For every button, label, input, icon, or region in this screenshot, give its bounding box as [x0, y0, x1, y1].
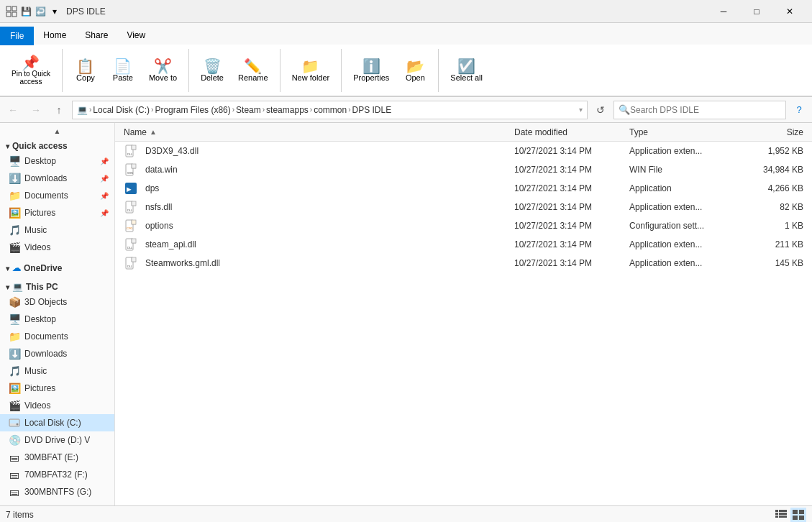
minimize-button[interactable]: ─	[707, 0, 740, 23]
sidebar-item-pictures-quick[interactable]: 🖼️ Pictures 📌	[0, 204, 114, 221]
onedrive-header[interactable]: ▾ ☁ OneDrive	[0, 259, 114, 275]
downloads-quick-label: Downloads	[24, 173, 67, 183]
separator1	[62, 49, 63, 92]
forward-button[interactable]: →	[26, 100, 46, 120]
delete-button[interactable]: 🗑️ Delete	[195, 56, 229, 85]
sidebar-item-documents-quick[interactable]: 📁 Documents 📌	[0, 187, 114, 204]
sidebar-item-300mbntfs-g[interactable]: 🖴 300MBNTFS (G:)	[0, 483, 114, 500]
sidebar-item-desktop-pc[interactable]: 🖥️ Desktop	[0, 311, 114, 328]
save-icon[interactable]: 💾	[20, 6, 32, 17]
documents-pc-label: Documents	[24, 331, 68, 342]
col-header-date[interactable]: Date modified	[511, 127, 626, 137]
sidebar-item-downloads-quick[interactable]: ⬇️ Downloads 📌	[0, 170, 114, 187]
details-view-button[interactable]	[773, 508, 789, 522]
documents-pc-icon: 📁	[9, 331, 20, 342]
sidebar-item-pictures-pc[interactable]: 🖼️ Pictures	[0, 380, 114, 397]
downloads-pc-icon: ⬇️	[9, 348, 20, 360]
open-button[interactable]: 📂 Open	[398, 56, 432, 85]
file-row-datawin[interactable]: WIN data.win 10/27/2021 3:14 PM WIN File…	[115, 160, 812, 179]
sidebar-item-3dobjects[interactable]: 📦 3D Objects	[0, 293, 114, 311]
sidebar-item-dvd-drive-d[interactable]: 💿 DVD Drive (D:) V	[0, 431, 114, 449]
copy-button[interactable]: 📋 Copy	[68, 56, 103, 85]
col-header-type[interactable]: Type	[626, 127, 742, 137]
large-icons-view-button[interactable]	[790, 508, 806, 522]
file-list: DLL D3DX9_43.dll 10/27/2021 3:14 PM Appl…	[115, 142, 812, 505]
tab-home[interactable]: Home	[34, 25, 76, 45]
path-arrow-2: ›	[232, 106, 234, 114]
maximize-button[interactable]: □	[740, 0, 773, 23]
ribbon: File Home Share View 📌 Pin to Quickacces…	[0, 23, 812, 97]
address-path[interactable]: 💻 › Local Disk (C:) › Program Files (x86…	[72, 101, 588, 119]
music-pc-icon: 🎵	[9, 365, 20, 377]
refresh-button[interactable]: ↺	[590, 100, 611, 120]
help-button[interactable]: ?	[789, 100, 809, 120]
tab-view[interactable]: View	[117, 25, 155, 45]
tab-file[interactable]: File	[0, 27, 34, 45]
ribbon-content: 📌 Pin to Quickaccess 📋 Copy 📄 Paste ✂️ M…	[0, 45, 812, 96]
sidebar-item-local-disk-c[interactable]: Local Disk (C:)	[0, 414, 114, 431]
downloads-quick-icon: ⬇️	[9, 173, 20, 184]
quick-access-header[interactable]: ▾ Quick access	[0, 137, 114, 152]
move-button[interactable]: ✂️ Move to	[143, 56, 183, 85]
onedrive-expand: ▾	[6, 265, 9, 273]
file-row-options[interactable]: CFG options 10/27/2021 3:14 PM Configura…	[115, 216, 812, 235]
file-row-dps[interactable]: ▶ dps 10/27/2021 3:14 PM Application 4,2…	[115, 179, 812, 198]
this-pc-header[interactable]: ▾ 💻 This PC	[0, 278, 114, 293]
file-name-dps: ▶ dps	[121, 181, 511, 196]
new-folder-button[interactable]: 📁 New folder	[286, 56, 336, 85]
search-input[interactable]	[630, 105, 781, 115]
sidebar-item-downloads-pc[interactable]: ⬇️ Downloads	[0, 345, 114, 362]
back-button[interactable]: ←	[3, 100, 23, 120]
file-row-nsfsdll[interactable]: DLL nsfs.dll 10/27/2021 3:14 PM Applicat…	[115, 198, 812, 216]
documents-quick-label: Documents	[24, 191, 68, 201]
sidebar-item-videos-pc[interactable]: 🎬 Videos	[0, 397, 114, 414]
paste-button[interactable]: 📄 Paste	[106, 56, 140, 85]
sidebar-item-music-pc[interactable]: 🎵 Music	[0, 362, 114, 380]
path-arrow-4: ›	[310, 106, 312, 114]
view-controls	[773, 508, 806, 522]
rename-button[interactable]: ✏️ Rename	[232, 56, 274, 85]
downloads-pin-icon: 📌	[100, 175, 109, 183]
file-name-dps-text: dps	[145, 183, 159, 193]
search-box[interactable]: 🔍	[613, 101, 786, 119]
properties-button[interactable]: ℹ️ Properties	[347, 56, 395, 85]
pin-quick-access-button[interactable]: 📌 Pin to Quickaccess	[6, 52, 56, 88]
open-icon: 📂	[406, 59, 424, 73]
col-header-size[interactable]: Size	[742, 127, 806, 137]
file-row-d3dx9[interactable]: DLL D3DX9_43.dll 10/27/2021 3:14 PM Appl…	[115, 142, 812, 160]
tab-share[interactable]: Share	[76, 25, 117, 45]
sidebar-item-30mbfat-e2[interactable]: 🖴 30MBFAT (E:)	[0, 500, 114, 505]
3dobjects-icon: 📦	[9, 296, 20, 308]
sidebar-item-videos-quick[interactable]: 🎬 Videos	[0, 239, 114, 256]
sidebar-item-30mbfat-e[interactable]: 🖴 30MBFAT (E:)	[0, 449, 114, 466]
sidebar-item-desktop-quick[interactable]: 🖥️ Desktop 📌	[0, 152, 114, 170]
30mbfat-e2-icon: 🖴	[9, 503, 20, 505]
close-button[interactable]: ✕	[773, 0, 806, 23]
copy-label: Copy	[76, 73, 95, 82]
file-type-steamworksgml: Application exten...	[626, 258, 742, 268]
documents-quick-icon: 📁	[9, 190, 20, 201]
sidebar-item-70mbfat32-f[interactable]: 🖴 70MBFAT32 (F:)	[0, 466, 114, 483]
300mbntfs-g-label: 300MBNTFS (G:)	[24, 487, 91, 497]
up-button[interactable]: ↑	[49, 100, 69, 120]
file-row-steamworksgml[interactable]: DLL Steamworks.gml.dll 10/27/2021 3:14 P…	[115, 254, 812, 273]
file-size-d3dx9: 1,952 KB	[742, 146, 806, 156]
pin-label: Pin to Quickaccess	[12, 70, 50, 86]
file-size-steamapidll: 211 KB	[742, 239, 806, 249]
col-header-name[interactable]: Name ▲	[121, 127, 511, 137]
file-type-steamapidll: Application exten...	[626, 239, 742, 249]
dropdown-icon[interactable]: ▾	[49, 6, 60, 17]
svg-rect-27	[775, 510, 778, 512]
videos-quick-label: Videos	[24, 242, 50, 252]
paste-label: Paste	[113, 73, 133, 82]
sidebar-scroll-up[interactable]: ▲	[0, 126, 114, 137]
undo-icon[interactable]: ↩️	[35, 6, 46, 17]
separator2	[188, 49, 189, 92]
sidebar-item-music-quick[interactable]: 🎵 Music	[0, 221, 114, 239]
select-all-button[interactable]: ☑️ Select all	[444, 56, 488, 85]
path-arrow-5: ›	[348, 106, 350, 114]
path-common: common	[314, 105, 347, 115]
file-row-steamapidll[interactable]: DLL steam_api.dll 10/27/2021 3:14 PM App…	[115, 235, 812, 254]
sidebar-item-documents-pc[interactable]: 📁 Documents	[0, 328, 114, 345]
svg-text:▶: ▶	[127, 186, 132, 193]
